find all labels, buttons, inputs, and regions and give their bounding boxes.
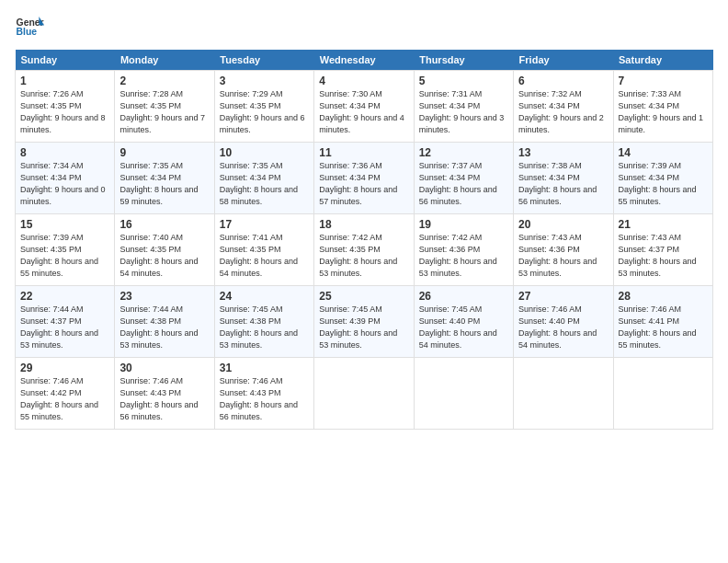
day-info: Sunrise: 7:28 AM Sunset: 4:35 PM Dayligh… bbox=[119, 88, 209, 136]
calendar-cell: 18Sunrise: 7:42 AM Sunset: 4:35 PM Dayli… bbox=[314, 214, 414, 286]
calendar-table: SundayMondayTuesdayWednesdayThursdayFrid… bbox=[15, 50, 713, 430]
day-info: Sunrise: 7:31 AM Sunset: 4:34 PM Dayligh… bbox=[419, 88, 508, 136]
calendar-cell: 29Sunrise: 7:46 AM Sunset: 4:42 PM Dayli… bbox=[16, 358, 115, 430]
svg-text:Blue: Blue bbox=[17, 27, 38, 37]
weekday-header-friday: Friday bbox=[514, 50, 613, 71]
day-number: 30 bbox=[119, 362, 209, 374]
calendar-cell: 26Sunrise: 7:45 AM Sunset: 4:40 PM Dayli… bbox=[414, 286, 513, 358]
day-number: 9 bbox=[119, 146, 209, 159]
day-info: Sunrise: 7:36 AM Sunset: 4:34 PM Dayligh… bbox=[319, 160, 408, 208]
day-info: Sunrise: 7:46 AM Sunset: 4:42 PM Dayligh… bbox=[20, 375, 109, 423]
day-number: 29 bbox=[20, 362, 109, 374]
day-info: Sunrise: 7:33 AM Sunset: 4:34 PM Dayligh… bbox=[619, 88, 708, 136]
calendar-cell: 7Sunrise: 7:33 AM Sunset: 4:34 PM Daylig… bbox=[613, 71, 712, 143]
week-row-4: 22Sunrise: 7:44 AM Sunset: 4:37 PM Dayli… bbox=[16, 286, 713, 358]
calendar-cell bbox=[414, 358, 513, 430]
calendar-cell: 12Sunrise: 7:37 AM Sunset: 4:34 PM Dayli… bbox=[414, 143, 513, 214]
calendar-cell: 16Sunrise: 7:40 AM Sunset: 4:35 PM Dayli… bbox=[115, 214, 214, 286]
calendar-cell: 20Sunrise: 7:43 AM Sunset: 4:36 PM Dayli… bbox=[514, 214, 613, 286]
calendar-cell: 22Sunrise: 7:44 AM Sunset: 4:37 PM Dayli… bbox=[16, 286, 115, 358]
calendar-cell: 13Sunrise: 7:38 AM Sunset: 4:34 PM Dayli… bbox=[514, 143, 613, 214]
day-info: Sunrise: 7:39 AM Sunset: 4:35 PM Dayligh… bbox=[20, 232, 109, 280]
day-number: 25 bbox=[319, 290, 408, 303]
day-number: 16 bbox=[119, 218, 209, 231]
calendar-cell: 15Sunrise: 7:39 AM Sunset: 4:35 PM Dayli… bbox=[16, 214, 115, 286]
day-info: Sunrise: 7:45 AM Sunset: 4:40 PM Dayligh… bbox=[419, 304, 508, 351]
day-info: Sunrise: 7:46 AM Sunset: 4:40 PM Dayligh… bbox=[518, 304, 608, 351]
day-info: Sunrise: 7:37 AM Sunset: 4:34 PM Dayligh… bbox=[419, 160, 508, 208]
calendar-cell: 4Sunrise: 7:30 AM Sunset: 4:34 PM Daylig… bbox=[314, 71, 414, 143]
day-info: Sunrise: 7:46 AM Sunset: 4:41 PM Dayligh… bbox=[619, 304, 708, 351]
day-number: 28 bbox=[619, 290, 708, 303]
day-number: 21 bbox=[619, 218, 708, 231]
day-number: 6 bbox=[518, 75, 608, 87]
day-info: Sunrise: 7:35 AM Sunset: 4:34 PM Dayligh… bbox=[119, 160, 209, 208]
weekday-header-saturday: Saturday bbox=[613, 50, 712, 71]
calendar-cell: 2Sunrise: 7:28 AM Sunset: 4:35 PM Daylig… bbox=[115, 71, 214, 143]
day-number: 12 bbox=[419, 146, 508, 159]
day-number: 3 bbox=[220, 75, 309, 87]
calendar-cell: 21Sunrise: 7:43 AM Sunset: 4:37 PM Dayli… bbox=[613, 214, 712, 286]
day-number: 7 bbox=[619, 75, 708, 87]
weekday-header-tuesday: Tuesday bbox=[214, 50, 313, 71]
day-number: 2 bbox=[119, 75, 209, 87]
week-row-5: 29Sunrise: 7:46 AM Sunset: 4:42 PM Dayli… bbox=[16, 358, 713, 430]
week-row-3: 15Sunrise: 7:39 AM Sunset: 4:35 PM Dayli… bbox=[16, 214, 713, 286]
day-info: Sunrise: 7:40 AM Sunset: 4:35 PM Dayligh… bbox=[119, 232, 209, 280]
day-number: 18 bbox=[319, 218, 408, 231]
weekday-header-row: SundayMondayTuesdayWednesdayThursdayFrid… bbox=[16, 50, 713, 71]
day-info: Sunrise: 7:43 AM Sunset: 4:37 PM Dayligh… bbox=[619, 232, 708, 280]
day-info: Sunrise: 7:42 AM Sunset: 4:36 PM Dayligh… bbox=[419, 232, 508, 280]
header: General Blue bbox=[15, 15, 713, 40]
calendar-cell: 25Sunrise: 7:45 AM Sunset: 4:39 PM Dayli… bbox=[314, 286, 414, 358]
day-number: 27 bbox=[518, 290, 608, 303]
weekday-header-sunday: Sunday bbox=[16, 50, 115, 71]
calendar-cell: 11Sunrise: 7:36 AM Sunset: 4:34 PM Dayli… bbox=[314, 143, 414, 214]
logo: General Blue bbox=[15, 15, 44, 40]
day-info: Sunrise: 7:32 AM Sunset: 4:34 PM Dayligh… bbox=[518, 88, 608, 136]
calendar-cell: 6Sunrise: 7:32 AM Sunset: 4:34 PM Daylig… bbox=[514, 71, 613, 143]
calendar-cell: 5Sunrise: 7:31 AM Sunset: 4:34 PM Daylig… bbox=[414, 71, 513, 143]
calendar-cell: 1Sunrise: 7:26 AM Sunset: 4:35 PM Daylig… bbox=[16, 71, 115, 143]
calendar-cell: 19Sunrise: 7:42 AM Sunset: 4:36 PM Dayli… bbox=[414, 214, 513, 286]
day-number: 13 bbox=[518, 146, 608, 159]
day-info: Sunrise: 7:44 AM Sunset: 4:37 PM Dayligh… bbox=[20, 304, 109, 351]
day-number: 14 bbox=[619, 146, 708, 159]
weekday-header-thursday: Thursday bbox=[414, 50, 513, 71]
day-info: Sunrise: 7:29 AM Sunset: 4:35 PM Dayligh… bbox=[220, 88, 309, 136]
day-number: 10 bbox=[220, 146, 309, 159]
calendar-cell: 24Sunrise: 7:45 AM Sunset: 4:38 PM Dayli… bbox=[214, 286, 313, 358]
calendar-cell: 31Sunrise: 7:46 AM Sunset: 4:43 PM Dayli… bbox=[214, 358, 313, 430]
day-info: Sunrise: 7:26 AM Sunset: 4:35 PM Dayligh… bbox=[20, 88, 109, 136]
week-row-1: 1Sunrise: 7:26 AM Sunset: 4:35 PM Daylig… bbox=[16, 71, 713, 143]
calendar-cell bbox=[514, 358, 613, 430]
day-info: Sunrise: 7:41 AM Sunset: 4:35 PM Dayligh… bbox=[220, 232, 309, 280]
day-number: 26 bbox=[419, 290, 508, 303]
day-info: Sunrise: 7:34 AM Sunset: 4:34 PM Dayligh… bbox=[20, 160, 109, 208]
calendar-cell: 30Sunrise: 7:46 AM Sunset: 4:43 PM Dayli… bbox=[115, 358, 214, 430]
day-number: 17 bbox=[220, 218, 309, 231]
day-number: 11 bbox=[319, 146, 408, 159]
day-number: 15 bbox=[20, 218, 109, 231]
week-row-2: 8Sunrise: 7:34 AM Sunset: 4:34 PM Daylig… bbox=[16, 143, 713, 214]
calendar-cell: 28Sunrise: 7:46 AM Sunset: 4:41 PM Dayli… bbox=[613, 286, 712, 358]
day-info: Sunrise: 7:38 AM Sunset: 4:34 PM Dayligh… bbox=[518, 160, 608, 208]
day-info: Sunrise: 7:44 AM Sunset: 4:38 PM Dayligh… bbox=[119, 304, 209, 351]
day-info: Sunrise: 7:45 AM Sunset: 4:39 PM Dayligh… bbox=[319, 304, 408, 351]
logo-icon: General Blue bbox=[15, 15, 44, 40]
calendar-cell: 14Sunrise: 7:39 AM Sunset: 4:34 PM Dayli… bbox=[613, 143, 712, 214]
day-info: Sunrise: 7:46 AM Sunset: 4:43 PM Dayligh… bbox=[119, 375, 209, 423]
day-number: 1 bbox=[20, 75, 109, 87]
calendar-cell: 23Sunrise: 7:44 AM Sunset: 4:38 PM Dayli… bbox=[115, 286, 214, 358]
day-number: 20 bbox=[518, 218, 608, 231]
calendar-container: General Blue SundayMondayTuesdayWednesda… bbox=[0, 0, 728, 437]
day-number: 24 bbox=[220, 290, 309, 303]
day-number: 8 bbox=[20, 146, 109, 159]
weekday-header-wednesday: Wednesday bbox=[314, 50, 414, 71]
weekday-header-monday: Monday bbox=[115, 50, 214, 71]
calendar-cell: 17Sunrise: 7:41 AM Sunset: 4:35 PM Dayli… bbox=[214, 214, 313, 286]
calendar-cell: 9Sunrise: 7:35 AM Sunset: 4:34 PM Daylig… bbox=[115, 143, 214, 214]
calendar-cell: 27Sunrise: 7:46 AM Sunset: 4:40 PM Dayli… bbox=[514, 286, 613, 358]
day-number: 31 bbox=[220, 362, 309, 374]
day-info: Sunrise: 7:30 AM Sunset: 4:34 PM Dayligh… bbox=[319, 88, 408, 136]
